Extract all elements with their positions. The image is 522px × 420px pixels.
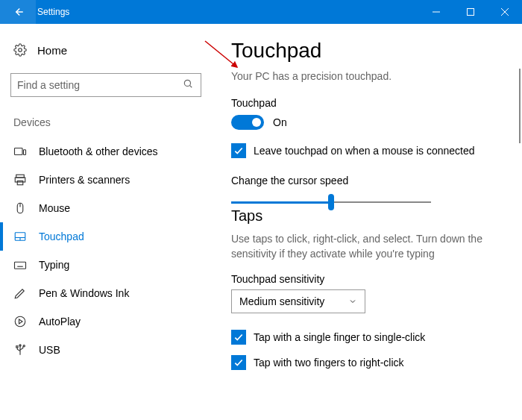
- sidebar-item-label: AutoPlay: [39, 316, 81, 327]
- home-label: Home: [37, 44, 67, 57]
- search-input-wrapper[interactable]: [10, 73, 201, 97]
- svg-point-6: [184, 80, 190, 86]
- minimize-icon: [433, 8, 440, 16]
- svg-point-24: [15, 316, 25, 327]
- autoplay-icon: [13, 315, 27, 328]
- sidebar-item-bluetooth[interactable]: Bluetooth & other devices: [9, 137, 203, 166]
- home-button[interactable]: Home: [9, 37, 203, 63]
- svg-rect-18: [15, 262, 26, 269]
- maximize-icon: [467, 8, 474, 16]
- two-tap-label: Tap with two fingers to right-click: [254, 357, 404, 369]
- window-title: Settings: [36, 7, 69, 17]
- sidebar-item-label: USB: [39, 344, 60, 356]
- svg-rect-9: [24, 150, 26, 155]
- slider-fill: [231, 201, 331, 204]
- sidebar-item-label: Pen & Windows Ink: [39, 287, 129, 299]
- printer-icon: [13, 173, 27, 187]
- two-tap-checkbox[interactable]: [231, 355, 246, 370]
- sensitivity-label: Touchpad sensitivity: [231, 273, 504, 285]
- svg-line-7: [189, 85, 192, 87]
- checkmark-icon: [233, 145, 244, 156]
- leave-touchpad-on-label: Leave touchpad on when a mouse is connec…: [254, 145, 475, 157]
- single-tap-label: Tap with a single finger to single-click: [254, 331, 425, 343]
- sidebar-item-label: Touchpad: [39, 231, 84, 242]
- sensitivity-value: Medium sensitivity: [239, 295, 324, 307]
- back-arrow-icon: [11, 5, 25, 19]
- svg-rect-11: [15, 178, 25, 182]
- cursor-speed-label: Change the cursor speed: [231, 175, 504, 187]
- close-button[interactable]: [488, 0, 522, 24]
- sidebar-item-autoplay[interactable]: AutoPlay: [9, 307, 203, 336]
- svg-rect-8: [15, 148, 23, 155]
- sidebar-item-mouse[interactable]: Mouse: [9, 194, 203, 222]
- sidebar-item-label: Mouse: [39, 202, 70, 214]
- scrollbar[interactable]: [519, 69, 521, 143]
- chevron-down-icon: [348, 297, 357, 306]
- svg-rect-12: [17, 181, 23, 185]
- sensitivity-dropdown[interactable]: Medium sensitivity: [231, 289, 365, 313]
- sidebar-item-label: Printers & scanners: [39, 174, 130, 186]
- svg-marker-25: [19, 319, 23, 324]
- search-input[interactable]: [17, 79, 183, 91]
- sidebar: Home Devices Bluetooth & other devices P…: [0, 24, 209, 420]
- leave-touchpad-on-checkbox[interactable]: [231, 143, 246, 158]
- window-controls: [419, 0, 522, 24]
- gear-icon: [13, 43, 27, 57]
- svg-rect-2: [468, 9, 474, 16]
- toggle-state-text: On: [273, 116, 287, 128]
- back-button[interactable]: [0, 0, 36, 24]
- sidebar-item-usb[interactable]: USB: [9, 336, 203, 364]
- sidebar-item-typing[interactable]: Typing: [9, 251, 203, 279]
- close-icon: [501, 8, 509, 16]
- checkmark-icon: [233, 332, 244, 342]
- page-subtext: Your PC has a precision touchpad.: [231, 70, 504, 82]
- touchpad-toggle-label: Touchpad: [231, 97, 504, 109]
- usb-icon: [13, 343, 27, 357]
- touchpad-toggle[interactable]: [231, 115, 264, 130]
- sidebar-item-printers[interactable]: Printers & scanners: [9, 166, 203, 194]
- svg-point-5: [19, 48, 22, 52]
- minimize-button[interactable]: [419, 0, 453, 24]
- sidebar-item-pen[interactable]: Pen & Windows Ink: [9, 279, 203, 307]
- svg-point-29: [23, 345, 25, 347]
- touchpad-icon: [13, 230, 27, 243]
- devices-icon: [13, 145, 27, 158]
- mouse-icon: [13, 201, 27, 215]
- maximize-button[interactable]: [453, 0, 488, 24]
- page-title: Touchpad: [231, 39, 504, 63]
- slider-thumb[interactable]: [328, 194, 334, 210]
- taps-description: Use taps to click, right-click, and sele…: [231, 232, 500, 261]
- pen-icon: [13, 286, 27, 300]
- keyboard-icon: [13, 258, 27, 272]
- svg-rect-28: [16, 346, 18, 348]
- titlebar: Settings: [0, 0, 522, 24]
- sidebar-item-touchpad[interactable]: Touchpad: [9, 222, 203, 251]
- toggle-knob: [252, 118, 261, 127]
- search-icon: [183, 78, 195, 92]
- sidebar-group-label: Devices: [9, 97, 203, 137]
- sidebar-item-label: Bluetooth & other devices: [39, 145, 158, 157]
- checkmark-icon: [233, 357, 244, 368]
- sidebar-item-label: Typing: [39, 259, 69, 271]
- taps-heading: Taps: [231, 207, 504, 225]
- single-tap-checkbox[interactable]: [231, 330, 246, 345]
- main-content: Touchpad Your PC has a precision touchpa…: [209, 24, 522, 420]
